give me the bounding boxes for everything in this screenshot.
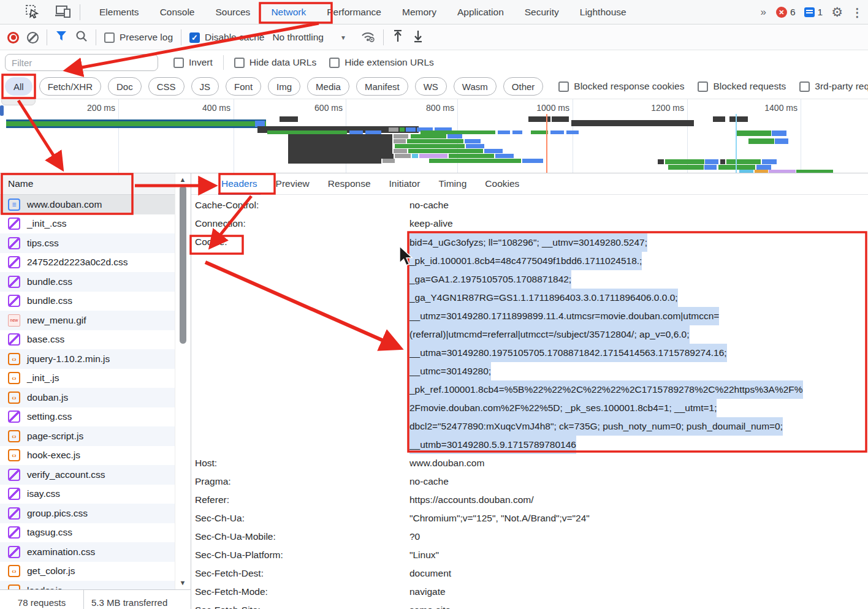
request-row[interactable]: tips.css (0, 233, 175, 253)
console-message-badge[interactable]: 1 (804, 7, 823, 18)
request-row[interactable]: ‹›page-script.js (0, 426, 175, 446)
filter-pill-other[interactable]: Other (503, 77, 544, 96)
request-row[interactable]: isay.css (0, 485, 175, 504)
scroll-up-icon[interactable]: ▲ (178, 176, 187, 183)
request-row[interactable]: ‹›jquery-1.10.2.min.js (0, 349, 175, 369)
scroll-down-icon[interactable]: ▼ (178, 579, 187, 586)
request-row[interactable]: tagsug.css (0, 523, 175, 543)
disable-cache-checkbox[interactable]: ✓ Disable cache (189, 32, 264, 43)
timeline-tick-label: 600 ms (314, 103, 343, 113)
filter-pill-img[interactable]: Img (268, 77, 300, 96)
import-har-icon[interactable] (392, 29, 404, 45)
header-value: no-cache (409, 196, 449, 214)
details-tab-response[interactable]: Response (319, 173, 380, 195)
request-row[interactable]: ‹›_init_.js (0, 369, 175, 388)
tab-memory[interactable]: Memory (392, 0, 447, 25)
checkbox-blocked-response-cookies[interactable]: Blocked response cookies (558, 81, 684, 92)
network-overview-timeline[interactable]: 200 ms400 ms600 ms800 ms1000 ms1200 ms14… (0, 99, 868, 173)
request-row[interactable]: newnew_menu.gif (0, 311, 175, 330)
tab-lighthouse[interactable]: Lighthouse (569, 0, 637, 25)
hide-data-urls-checkbox[interactable]: Hide data URLs (234, 57, 316, 68)
request-name: new_menu.gif (27, 315, 86, 326)
close-icon[interactable]: × (197, 179, 207, 189)
checkbox-unchecked[interactable] (234, 58, 245, 68)
filter-pill-media[interactable]: Media (307, 77, 349, 96)
hide-extension-urls-checkbox[interactable]: Hide extension URLs (329, 57, 434, 68)
request-row[interactable]: ≡www.douban.com (0, 195, 175, 214)
export-har-icon[interactable] (412, 29, 424, 45)
scrollbar-thumb[interactable] (180, 186, 186, 344)
record-button[interactable] (7, 32, 19, 44)
js-file-icon: ‹› (8, 392, 20, 404)
request-row[interactable]: ‹›loader.js (0, 581, 175, 589)
filter-pill-doc[interactable]: Doc (108, 77, 142, 96)
tab-security[interactable]: Security (514, 0, 569, 25)
kebab-menu-icon[interactable]: ⋮ (851, 6, 863, 20)
filter-pill-manifest[interactable]: Manifest (356, 77, 408, 96)
filter-pill-css[interactable]: CSS (148, 77, 185, 96)
request-row[interactable]: ‹›hook-exec.js (0, 446, 175, 466)
request-row[interactable]: base.css (0, 330, 175, 350)
invert-checkbox[interactable]: Invert (173, 57, 213, 68)
tab-console[interactable]: Console (150, 0, 205, 25)
checkbox-3rd-party-requests[interactable]: 3rd-party requests (799, 81, 868, 92)
device-toolbar-icon[interactable] (55, 4, 71, 21)
request-row[interactable]: setting.css (0, 407, 175, 427)
details-tab-preview[interactable]: Preview (267, 173, 319, 195)
checkbox-unchecked[interactable] (329, 58, 340, 68)
tab-elements[interactable]: Elements (89, 0, 150, 25)
filter-pill-js[interactable]: JS (191, 77, 219, 96)
request-row[interactable]: bundle.css (0, 292, 175, 311)
more-tabs-chevron[interactable]: » (758, 6, 767, 18)
details-tab-cookies[interactable]: Cookies (476, 173, 528, 195)
filter-pill-font[interactable]: Font (226, 77, 261, 96)
filter-input[interactable] (5, 54, 158, 71)
request-row[interactable]: verify_account.css (0, 465, 175, 485)
preserve-log-checkbox[interactable]: Preserve log (104, 32, 173, 43)
filter-funnel-icon[interactable] (55, 31, 67, 44)
checkbox-unchecked[interactable] (799, 81, 810, 92)
request-type-filters: AllFetch/XHRDocCSSJSFontImgMediaManifest… (0, 74, 868, 99)
tab-performance[interactable]: Performance (316, 0, 392, 25)
checkbox-unchecked[interactable] (173, 58, 184, 68)
request-row[interactable]: bundle.css (0, 272, 175, 292)
tab-network[interactable]: Network (261, 0, 316, 25)
console-error-badge[interactable]: ✕ 6 (776, 7, 796, 18)
checkbox-blocked-requests[interactable]: Blocked requests (698, 81, 786, 92)
request-row[interactable]: group.pics.css (0, 504, 175, 523)
request-count: 78 requests (0, 590, 84, 609)
inspect-element-icon[interactable] (25, 4, 39, 21)
request-list-scrollbar[interactable]: ▲ ▼ (175, 173, 190, 589)
filter-pill-all[interactable]: All (5, 77, 32, 96)
details-tab-headers[interactable]: Headers (212, 173, 267, 195)
request-row[interactable]: 247522d2223a0c2d.css (0, 253, 175, 273)
css-file-icon (8, 507, 20, 520)
request-name: tagsug.css (27, 527, 72, 538)
checkbox-unchecked[interactable] (558, 81, 569, 92)
waterfall-bar (658, 159, 664, 164)
css-file-icon (8, 256, 20, 268)
network-conditions-icon[interactable] (360, 29, 375, 46)
search-icon[interactable] (75, 30, 88, 45)
filter-pill-ws[interactable]: WS (415, 77, 447, 96)
chevron-down-icon[interactable]: ▼ (340, 34, 346, 41)
filter-pill-wasm[interactable]: Wasm (454, 77, 497, 96)
request-row[interactable]: examination.css (0, 542, 175, 562)
name-column-header[interactable]: Name (0, 173, 175, 195)
filter-pill-fetch-xhr[interactable]: Fetch/XHR (39, 77, 101, 96)
clear-button[interactable] (27, 32, 39, 44)
cookie-value-line: __utmc=30149280; (409, 362, 491, 380)
request-row[interactable]: ‹›get_color.js (0, 562, 175, 581)
checkbox-unchecked[interactable] (698, 81, 708, 92)
details-tab-initiator[interactable]: Initiator (380, 173, 430, 195)
details-tab-timing[interactable]: Timing (429, 173, 476, 195)
checkbox-checked[interactable]: ✓ (189, 32, 200, 43)
checkbox-unchecked[interactable] (104, 32, 115, 43)
tab-sources[interactable]: Sources (205, 0, 261, 25)
request-row[interactable]: _init_.css (0, 214, 175, 234)
request-row[interactable]: ‹›douban.js (0, 388, 175, 407)
tab-application[interactable]: Application (447, 0, 514, 25)
settings-gear-icon[interactable]: ⚙ (831, 5, 843, 20)
waterfall-bar (394, 139, 406, 143)
throttling-select[interactable]: No throttling (272, 32, 324, 43)
